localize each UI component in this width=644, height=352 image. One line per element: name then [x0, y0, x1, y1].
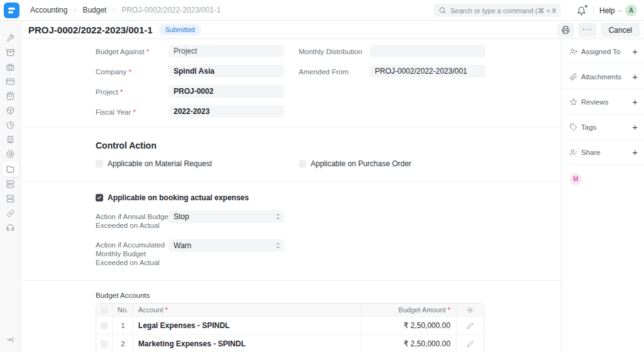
control-action-heading: Control Action	[96, 140, 157, 150]
applicable-booking-actual-checkbox[interactable]: Applicable on booking actual expenses	[96, 193, 249, 202]
project-field[interactable]: PROJ-0002	[169, 85, 284, 98]
module-briefcase-icon[interactable]	[3, 60, 19, 74]
attachments-section[interactable]: Attachments +	[562, 64, 644, 89]
print-button[interactable]	[557, 23, 574, 37]
notification-dot	[584, 4, 588, 8]
row-select-cell	[96, 317, 113, 334]
breadcrumb-accounting[interactable]: Accounting	[30, 6, 67, 14]
no-column-header: No.	[113, 304, 133, 316]
help-menu-button[interactable]: Help	[599, 4, 623, 17]
module-server-icon[interactable]	[3, 191, 19, 206]
module-sidebar	[0, 21, 21, 352]
attachments-label: Attachments	[581, 73, 621, 81]
search-icon	[439, 7, 446, 14]
amended-from-field[interactable]: PROJ-0002/2022-2023/001	[370, 65, 486, 77]
row-checkbox[interactable]	[101, 341, 108, 348]
expand-sidebar-button[interactable]	[6, 336, 14, 344]
erpnext-logo-icon	[8, 6, 16, 14]
chevron-right-icon	[111, 8, 116, 13]
row-select-cell	[96, 335, 113, 352]
global-search	[434, 4, 561, 17]
annual-action-label: Action if Annual Budget Exceeded on Actu…	[96, 212, 172, 230]
user-avatar[interactable]: A	[625, 4, 637, 16]
pencil-icon[interactable]	[467, 341, 474, 348]
table-row[interactable]: 1 Legal Expenses - SPINDL ₹ 2,50,000.00	[96, 316, 484, 334]
account-cell[interactable]: Marketing Expenses - SPINDL	[133, 335, 361, 352]
breadcrumb-current-doc: PROJ-0002/2022-2023/001-1	[121, 6, 220, 14]
annual-action-select[interactable]: Stop	[169, 210, 284, 223]
assigned-to-section[interactable]: Assigned To +	[562, 39, 644, 64]
section-divider	[21, 280, 561, 281]
notifications-button[interactable]	[577, 4, 589, 17]
add-review-button[interactable]: +	[632, 97, 638, 106]
add-attachment-button[interactable]: +	[632, 72, 638, 81]
account-cell[interactable]: Legal Expenses - SPINDL	[133, 317, 361, 334]
amended-from-label: Amended From	[299, 67, 348, 76]
monthly-action-select[interactable]: Warn	[169, 239, 284, 252]
row-edit-cell	[456, 317, 484, 334]
document-sidebar: Assigned To + Attachments + Reviews + Ta…	[561, 39, 644, 352]
module-payments-icon[interactable]	[3, 74, 19, 89]
pencil-icon[interactable]	[467, 322, 474, 329]
checkbox-label: Applicable on Purchase Order	[311, 159, 411, 168]
monthly-distribution-field[interactable]	[370, 45, 486, 57]
row-checkbox[interactable]	[101, 322, 108, 329]
required-marker: *	[120, 88, 123, 96]
page-title: PROJ-0002/2022-2023/001-1	[28, 25, 153, 35]
applicable-purchase-order-checkbox[interactable]: Applicable on Purchase Order	[299, 159, 411, 168]
user-plus-icon	[570, 48, 577, 55]
breadcrumb: Accounting Budget PROJ-0002/2022-2023/00…	[30, 0, 221, 20]
breadcrumb-budget[interactable]: Budget	[82, 6, 106, 14]
tags-section[interactable]: Tags +	[562, 115, 644, 140]
add-tag-button[interactable]: +	[632, 122, 638, 132]
app-logo[interactable]	[4, 3, 19, 18]
module-support-icon[interactable]	[3, 220, 19, 235]
row-number: 2	[113, 335, 133, 352]
applicable-material-request-checkbox[interactable]: Applicable on Material Request	[96, 159, 212, 168]
module-archive-icon[interactable]	[3, 45, 19, 60]
table-settings-cell	[456, 304, 484, 316]
checkbox-unchecked-icon	[96, 160, 103, 167]
project-label: Project *	[96, 88, 123, 96]
chevron-right-icon	[72, 8, 77, 13]
shared-user-avatar[interactable]: M	[570, 173, 582, 185]
section-divider	[21, 181, 561, 182]
tag-icon	[570, 123, 577, 131]
fiscal-year-label: Fiscal Year *	[96, 108, 136, 116]
row-number: 1	[113, 317, 133, 334]
module-analytics-icon[interactable]	[3, 118, 19, 132]
required-marker: *	[165, 306, 168, 314]
amount-cell[interactable]: ₹ 2,50,000.00	[361, 317, 457, 334]
more-actions-button[interactable]: ···	[578, 23, 597, 37]
module-selling-icon[interactable]	[3, 89, 19, 103]
share-section[interactable]: Share +	[562, 140, 644, 165]
company-field[interactable]: Spindl Asia	[169, 65, 284, 77]
account-column-header: Account *	[133, 304, 361, 316]
module-projects-icon[interactable]	[3, 161, 19, 177]
checkbox-label: Applicable on booking actual expenses	[108, 193, 249, 202]
select-all-checkbox[interactable]	[101, 307, 108, 314]
fiscal-year-field[interactable]: 2022-2023	[169, 105, 284, 118]
module-stock-icon[interactable]	[3, 103, 19, 118]
tags-label: Tags	[581, 123, 596, 131]
module-organization-icon[interactable]	[3, 132, 19, 147]
table-row[interactable]: 2 Marketing Expenses - SPINDL ₹ 2,50,000…	[96, 334, 484, 352]
required-marker: *	[448, 306, 450, 314]
module-tools-icon[interactable]	[3, 31, 19, 45]
amount-cell[interactable]: ₹ 2,50,000.00	[361, 335, 457, 352]
module-integrations-icon[interactable]	[3, 206, 19, 220]
add-share-button[interactable]: +	[632, 147, 638, 157]
budget-against-field[interactable]: Project	[169, 45, 284, 57]
module-crm-icon[interactable]	[3, 147, 19, 161]
gear-icon[interactable]	[467, 307, 474, 314]
reviews-section[interactable]: Reviews +	[562, 89, 644, 115]
help-label: Help	[599, 6, 615, 15]
star-icon	[570, 98, 577, 106]
navbar-divider	[593, 6, 594, 15]
cancel-button[interactable]: Cancel	[601, 23, 640, 37]
module-data-icon[interactable]	[3, 177, 19, 191]
document-actions: ··· Cancel	[557, 23, 640, 37]
add-assignment-button[interactable]: +	[632, 47, 638, 56]
checkbox-checked-icon	[96, 194, 103, 202]
search-input[interactable]	[434, 4, 561, 17]
